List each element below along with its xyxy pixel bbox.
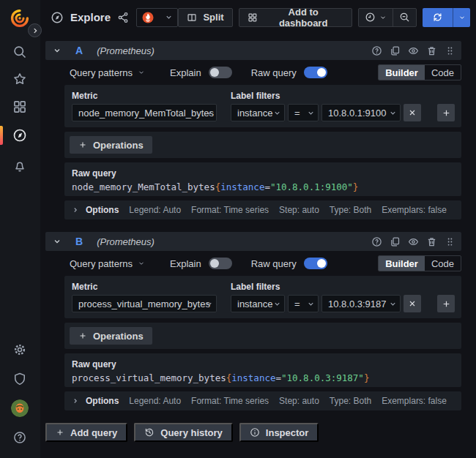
search-icon[interactable]	[12, 45, 27, 59]
admin-shield-icon[interactable]	[12, 372, 27, 386]
filter-label-select[interactable]: instance	[231, 104, 285, 121]
inspector-button[interactable]: Inspector	[239, 423, 319, 442]
explain-toggle[interactable]	[209, 258, 232, 269]
filter-operator-value: =	[294, 108, 300, 119]
filter-value-select[interactable]: 10.8.0.3:9187	[321, 295, 401, 312]
filter-operator-value: =	[294, 299, 300, 309]
builder-mode-button[interactable]: Builder	[379, 256, 425, 271]
query-row-header-b[interactable]: B (Prometheus)	[45, 232, 461, 251]
code-close-brace: }	[353, 181, 359, 192]
options-row-b[interactable]: Options Legend: Auto Format: Time series…	[64, 391, 461, 410]
time-picker-group	[358, 8, 417, 27]
chevron-down-icon	[165, 13, 173, 21]
grafana-logo[interactable]	[10, 8, 30, 29]
add-query-button[interactable]: Add query	[45, 423, 127, 442]
option-step: Step: auto	[279, 205, 319, 215]
add-operation-button[interactable]: Operations	[70, 327, 152, 345]
query-history-button[interactable]: Query history	[134, 423, 233, 442]
code-mode-button[interactable]: Code	[425, 65, 461, 80]
metric-value: node_memory_MemTotal_bytes	[78, 108, 214, 119]
code-label-name: instance	[220, 181, 264, 192]
help-icon[interactable]	[12, 430, 27, 445]
explain-toggle[interactable]	[209, 67, 232, 78]
option-type: Type: Both	[330, 205, 371, 215]
remove-query-trash-icon[interactable]	[426, 236, 437, 247]
filter-label-select[interactable]: instance	[231, 295, 285, 312]
zoom-out-button[interactable]	[393, 9, 416, 26]
raw-query-toggle-label: Raw query	[251, 67, 297, 78]
filter-operator-select[interactable]: =	[288, 104, 319, 121]
remove-filter-button[interactable]	[404, 295, 421, 312]
query-help-icon[interactable]	[371, 45, 382, 56]
split-icon	[187, 12, 197, 23]
run-query-button[interactable]	[423, 8, 453, 27]
raw-query-code: process_virtual_memory_bytes{instance="1…	[72, 372, 369, 383]
settings-gear-icon[interactable]	[12, 342, 27, 357]
drag-handle-icon[interactable]	[445, 45, 455, 56]
prometheus-icon	[141, 11, 155, 24]
plus-icon	[78, 140, 87, 149]
raw-query-code: node_memory_MemTotal_bytes{instance="10.…	[72, 181, 358, 192]
editor-mode-switch: Builder Code	[378, 255, 461, 271]
duplicate-query-icon[interactable]	[390, 236, 401, 247]
metric-row-a: Metric node_memory_MemTotal_bytes Label …	[64, 85, 461, 127]
share-icon[interactable]	[117, 12, 129, 23]
star-icon[interactable]	[12, 72, 27, 86]
chevron-down-icon	[458, 14, 466, 21]
query-patterns-dropdown[interactable]: Query patterns	[70, 67, 145, 78]
run-query-interval-dropdown[interactable]	[453, 8, 470, 27]
raw-query-row-b: Raw query process_virtual_memory_bytes{i…	[64, 353, 461, 387]
add-filter-button[interactable]	[437, 295, 455, 312]
toggle-visibility-eye-icon[interactable]	[408, 236, 419, 247]
metric-select[interactable]: node_memory_MemTotal_bytes	[72, 104, 217, 121]
explore-compass-icon[interactable]	[12, 128, 27, 143]
time-picker-button[interactable]	[359, 9, 393, 26]
sidebar-expand-button[interactable]	[28, 23, 42, 37]
split-button[interactable]: Split	[178, 8, 232, 27]
filter-value-select[interactable]: 10.8.0.1:9100	[321, 104, 401, 121]
toggle-visibility-eye-icon[interactable]	[408, 45, 419, 56]
query-ref-id[interactable]: B	[75, 236, 83, 247]
drag-handle-icon[interactable]	[445, 236, 455, 247]
query-datasource-label: (Prometheus)	[97, 236, 155, 247]
code-string: "10.8.0.1:9100"	[270, 181, 353, 192]
options-row-a[interactable]: Options Legend: Auto Format: Time series…	[64, 200, 461, 219]
explore-toolbar: Explore Split Add to dashboard	[40, 0, 476, 34]
duplicate-query-icon[interactable]	[390, 45, 401, 56]
explain-label: Explain	[170, 67, 201, 78]
code-mode-button[interactable]: Code	[425, 256, 461, 271]
options-label: Options	[86, 205, 119, 215]
editor-footer: Add query Query history Inspector	[45, 423, 319, 442]
chevron-right-icon[interactable]	[72, 206, 79, 214]
remove-filter-button[interactable]	[404, 104, 421, 121]
code-equals: =	[275, 372, 281, 383]
query-row-header-a[interactable]: A (Prometheus)	[45, 41, 461, 60]
builder-mode-button[interactable]: Builder	[379, 65, 425, 80]
filter-operator-select[interactable]: =	[288, 295, 319, 312]
active-nav-indicator	[0, 126, 3, 145]
datasource-picker[interactable]	[136, 8, 178, 27]
metric-label: Metric	[72, 282, 97, 292]
query-help-icon[interactable]	[371, 236, 382, 247]
alerting-bell-icon[interactable]	[12, 159, 27, 173]
remove-query-trash-icon[interactable]	[426, 45, 437, 56]
raw-query-toggle[interactable]	[304, 258, 327, 269]
chevron-right-icon[interactable]	[72, 397, 79, 405]
close-icon	[408, 299, 417, 308]
add-filter-button[interactable]	[437, 104, 455, 121]
raw-query-toggle[interactable]	[304, 67, 327, 78]
add-to-dashboard-button[interactable]: Add to dashboard	[239, 8, 352, 27]
chevron-down-icon	[389, 109, 397, 117]
label-filter: instance = 10.8.0.1:9100	[231, 104, 455, 121]
dashboards-icon[interactable]	[12, 100, 27, 114]
user-avatar[interactable]	[11, 399, 29, 417]
collapse-chevron-icon[interactable]	[53, 237, 62, 246]
query-patterns-dropdown[interactable]: Query patterns	[70, 258, 145, 269]
filter-value: 10.8.0.3:9187	[328, 299, 387, 309]
code-close-brace: }	[364, 372, 370, 383]
collapse-chevron-icon[interactable]	[53, 46, 62, 55]
add-operation-button[interactable]: Operations	[70, 136, 152, 154]
metric-select[interactable]: process_virtual_memory_bytes	[72, 295, 217, 312]
raw-query-label: Raw query	[72, 168, 116, 179]
query-ref-id[interactable]: A	[75, 45, 83, 56]
